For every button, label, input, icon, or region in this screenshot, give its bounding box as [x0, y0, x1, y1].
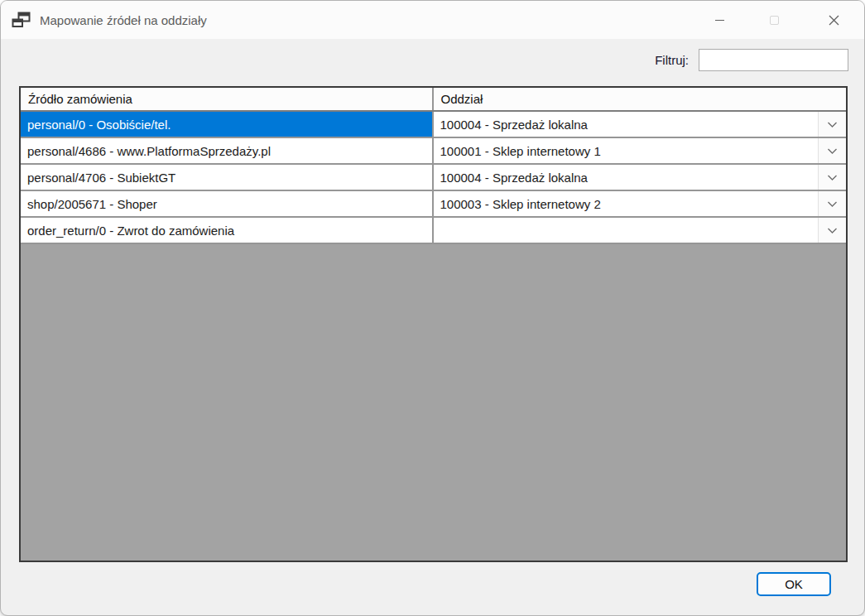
chevron-down-icon	[827, 227, 838, 234]
source-cell[interactable]: order_return/0 - Zwrot do zamówienia	[21, 218, 434, 243]
branch-combobox[interactable]: 100003 - Sklep internetowy 2	[434, 191, 847, 216]
dropdown-button[interactable]	[818, 112, 846, 137]
chevron-down-icon	[827, 174, 838, 181]
column-header-branch[interactable]: Oddział	[434, 88, 847, 110]
branch-combobox[interactable]	[434, 218, 847, 243]
table-row[interactable]: order_return/0 - Zwrot do zamówienia	[21, 218, 846, 244]
branch-combobox[interactable]: 100001 - Sklep internetowy 1	[434, 138, 847, 163]
dropdown-button[interactable]	[818, 165, 846, 190]
dropdown-button[interactable]	[818, 218, 846, 243]
cascade-windows-icon	[12, 12, 31, 28]
chevron-down-icon	[827, 200, 838, 208]
titlebar: Mapowanie źródeł na oddziały	[1, 1, 864, 39]
minimize-icon	[715, 20, 724, 21]
table-row[interactable]: personal/4706 - SubiektGT 100004 - Sprze…	[21, 165, 846, 191]
branch-value: 100004 - Sprzedaż lokalna	[440, 171, 588, 185]
branch-value: 100004 - Sprzedaż lokalna	[440, 118, 588, 132]
branch-value: 100003 - Sklep internetowy 2	[440, 197, 601, 211]
close-button[interactable]	[815, 7, 853, 33]
source-cell[interactable]: personal/0 - Osobiście/tel.	[21, 112, 434, 137]
table-header-row: Źródło zamówienia Oddział	[21, 88, 846, 112]
chevron-down-icon	[827, 147, 838, 155]
source-cell[interactable]: shop/2005671 - Shoper	[21, 191, 434, 216]
table-row[interactable]: personal/0 - Osobiście/tel. 100004 - Spr…	[21, 112, 846, 138]
maximize-icon	[770, 16, 779, 25]
dropdown-button[interactable]	[818, 191, 846, 216]
close-icon	[829, 15, 839, 26]
column-header-source[interactable]: Źródło zamówienia	[21, 88, 434, 110]
maximize-button	[755, 7, 793, 33]
mapping-table: Źródło zamówienia Oddział personal/0 - O…	[19, 86, 848, 562]
window-title: Mapowanie źródeł na oddziały	[40, 13, 207, 27]
source-cell[interactable]: personal/4686 - www.PlatformaSprzedaży.p…	[21, 138, 434, 163]
filter-label: Filtruj:	[655, 53, 689, 67]
chevron-down-icon	[827, 121, 838, 128]
dropdown-button[interactable]	[818, 138, 846, 163]
table-row[interactable]: shop/2005671 - Shoper 100003 - Sklep int…	[21, 191, 846, 218]
branch-combobox[interactable]: 100004 - Sprzedaż lokalna	[434, 112, 847, 137]
minimize-button[interactable]	[700, 7, 738, 33]
source-cell[interactable]: personal/4706 - SubiektGT	[21, 165, 434, 190]
dialog-window: Mapowanie źródeł na oddziały Filtruj: Źr…	[0, 0, 865, 616]
ok-button[interactable]: OK	[757, 572, 831, 596]
branch-value: 100001 - Sklep internetowy 1	[440, 144, 601, 158]
filter-input[interactable]	[699, 49, 848, 71]
branch-combobox[interactable]: 100004 - Sprzedaż lokalna	[434, 165, 847, 190]
table-row[interactable]: personal/4686 - www.PlatformaSprzedaży.p…	[21, 138, 846, 165]
